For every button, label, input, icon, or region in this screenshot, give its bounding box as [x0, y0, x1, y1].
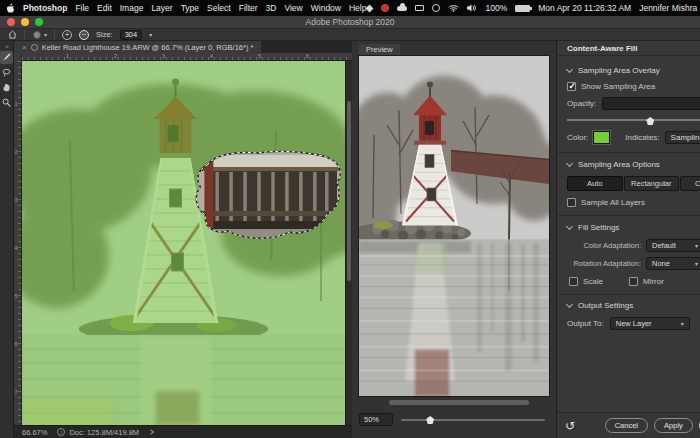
- creative-cloud-icon[interactable]: [381, 2, 389, 14]
- fill-settings-title: Fill Settings: [578, 223, 619, 232]
- preview-horizontal-scrollbar[interactable]: [389, 400, 529, 405]
- window-title: Adobe Photoshop 2020: [0, 17, 700, 27]
- info-icon: i: [57, 428, 65, 436]
- document-tab-title: Keller Road Lighthouse 19.ARW @ 66.7% (L…: [42, 43, 254, 52]
- opacity-slider[interactable]: [567, 114, 700, 124]
- sampling-brush-tool[interactable]: [0, 51, 13, 64]
- cafill-toolbar: »: [0, 41, 14, 438]
- panel-footer: ↺ Cancel Apply OK: [557, 412, 700, 438]
- battery-icon[interactable]: [515, 2, 530, 14]
- toolbar-collapse-icon[interactable]: »: [5, 43, 7, 49]
- brush-size-dropdown-icon[interactable]: ▾: [149, 32, 152, 38]
- menu-select[interactable]: Select: [207, 3, 231, 13]
- add-to-sampling-area-button[interactable]: +: [62, 30, 72, 40]
- cloud-sync-icon[interactable]: [397, 2, 407, 14]
- volume-icon[interactable]: [467, 2, 477, 14]
- ruler-number: 7: [15, 389, 18, 395]
- preview-panel: Preview: [352, 41, 557, 438]
- rotation-adaptation-value: None: [652, 259, 670, 268]
- document-tab[interactable]: × Keller Road Lighthouse 19.ARW @ 66.7% …: [14, 41, 261, 53]
- color-adaptation-dropdown[interactable]: Default ▾: [646, 239, 700, 252]
- rotation-adaptation-dropdown[interactable]: None ▾: [646, 257, 700, 270]
- menu-help[interactable]: Help: [349, 3, 366, 13]
- brush-preset-picker-icon[interactable]: ▾: [32, 29, 47, 41]
- preview-tab[interactable]: Preview: [359, 44, 400, 55]
- ruler-number: 4: [210, 53, 213, 59]
- document-tab-bar: × Keller Road Lighthouse 19.ARW @ 66.7% …: [14, 41, 352, 53]
- lasso-tool[interactable]: [0, 66, 13, 79]
- apply-button[interactable]: Apply: [654, 418, 693, 433]
- sampling-mode-auto[interactable]: Auto: [567, 176, 623, 191]
- scale-checkbox[interactable]: [569, 277, 578, 286]
- subtract-from-sampling-area-button[interactable]: −: [79, 30, 89, 40]
- menu-view[interactable]: View: [284, 3, 302, 13]
- sampling-options-section-header[interactable]: Sampling Area Options ↺: [567, 159, 700, 169]
- menu-window[interactable]: Window: [311, 3, 341, 13]
- chevron-down-icon: ▾: [695, 243, 698, 249]
- fast-user-switch[interactable]: Jennifer Mishra: [639, 3, 697, 13]
- ruler-vertical[interactable]: 1 2 3 4 5 6 7: [14, 61, 22, 425]
- reset-all-icon[interactable]: ↺: [565, 419, 575, 433]
- preview-zoom-slider[interactable]: [401, 413, 549, 425]
- zoom-level-field[interactable]: 66.67%: [22, 428, 47, 437]
- color-adaptation-label: Color Adaptation:: [567, 241, 641, 250]
- menu-3d[interactable]: 3D: [266, 3, 277, 13]
- clock-menu-icon[interactable]: [432, 2, 440, 14]
- opacity-value-field[interactable]: 49%: [602, 97, 700, 110]
- mirror-label: Mirror: [643, 277, 664, 286]
- display-icon[interactable]: [415, 2, 424, 14]
- document-status-bar: 66.67% i Doc: 125.8M/419.8M: [14, 425, 352, 438]
- hand-tool[interactable]: [0, 81, 13, 94]
- ruler-number: 4: [15, 245, 18, 251]
- overlay-color-swatch[interactable]: [593, 131, 610, 144]
- brush-size-value[interactable]: 304: [120, 30, 143, 40]
- window-title-bar: Adobe Photoshop 2020: [0, 16, 700, 29]
- cancel-button[interactable]: Cancel: [605, 418, 648, 433]
- preview-image[interactable]: [359, 56, 549, 396]
- status-options-icon[interactable]: [148, 429, 154, 435]
- home-icon[interactable]: [8, 29, 17, 41]
- output-to-dropdown[interactable]: New Layer ▾: [610, 317, 690, 330]
- ruler-horizontal[interactable]: 1 2 3 4 5 6: [14, 53, 352, 61]
- ruler-number: 6: [306, 53, 309, 59]
- photoshop-window: Photoshop File Edit Image Layer Type Sel…: [0, 0, 700, 438]
- apple-icon[interactable]: [6, 2, 15, 14]
- menu-filter[interactable]: Filter: [239, 3, 258, 13]
- sampling-mode-custom[interactable]: Custom: [680, 176, 700, 191]
- output-to-value: New Layer: [616, 319, 652, 328]
- menu-file[interactable]: File: [75, 3, 89, 13]
- preview-zoom-slider-thumb[interactable]: [426, 416, 434, 424]
- preview-zoom-field[interactable]: 50%: [359, 413, 393, 426]
- menu-layer[interactable]: Layer: [151, 3, 172, 13]
- output-settings-section-header[interactable]: Output Settings: [567, 301, 700, 310]
- menu-photoshop[interactable]: Photoshop: [23, 3, 67, 13]
- menu-image[interactable]: Image: [120, 3, 144, 13]
- mirror-checkbox[interactable]: [629, 277, 638, 286]
- show-sampling-area-checkbox[interactable]: [567, 82, 576, 91]
- chevron-down-icon: [566, 222, 573, 229]
- overlay-section-header[interactable]: Sampling Area Overlay: [567, 66, 700, 75]
- brush-size-label: Size:: [96, 30, 113, 39]
- sample-all-layers-checkbox[interactable]: [567, 198, 576, 207]
- overlay-section-title: Sampling Area Overlay: [578, 66, 660, 75]
- extension-icon[interactable]: [366, 2, 373, 14]
- chevron-down-icon: ▾: [695, 261, 698, 267]
- sampling-mode-rectangular[interactable]: Rectangular: [624, 176, 680, 191]
- fill-settings-section-header[interactable]: Fill Settings ↺: [567, 222, 700, 232]
- indicates-dropdown[interactable]: Sampling Area ▾: [665, 131, 700, 144]
- zoom-tool[interactable]: [0, 96, 13, 109]
- tab-close-icon[interactable]: ×: [22, 43, 27, 52]
- wifi-icon[interactable]: [448, 2, 459, 14]
- menu-edit[interactable]: Edit: [97, 3, 112, 13]
- color-adaptation-value: Default: [652, 241, 676, 250]
- color-label: Color:: [567, 133, 588, 142]
- doc-size-info[interactable]: Doc: 125.8M/419.8M: [69, 428, 139, 437]
- ruler-number: 2: [15, 149, 18, 155]
- canvas-vertical-scrollbar[interactable]: [345, 61, 352, 425]
- menu-type[interactable]: Type: [181, 3, 199, 13]
- content-aware-fill-panel: Content-Aware Fill Sampling Area Overlay…: [557, 41, 700, 438]
- ruler-number: 5: [258, 53, 261, 59]
- document-canvas[interactable]: [22, 61, 345, 425]
- panel-title-tab[interactable]: Content-Aware Fill: [567, 44, 638, 53]
- menu-bar-clock[interactable]: Mon Apr 20 11:26:32 AM: [538, 3, 631, 13]
